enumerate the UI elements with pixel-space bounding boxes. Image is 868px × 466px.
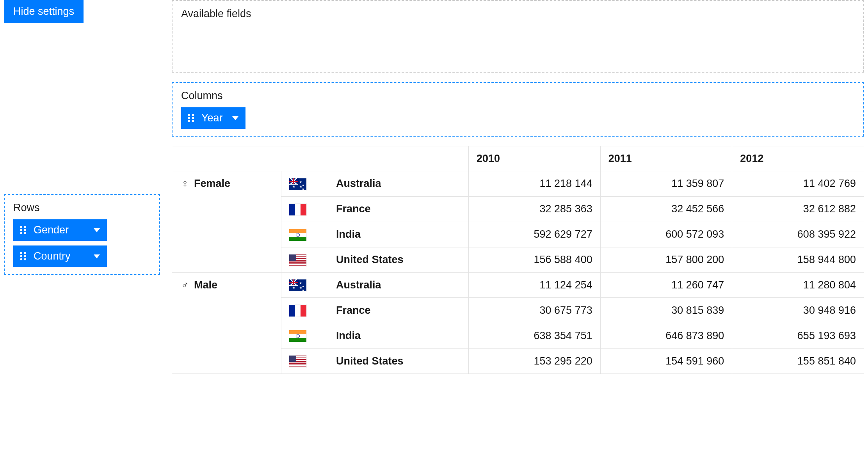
country-cell[interactable]: United States [328,247,469,272]
country-cell[interactable]: France [328,298,469,323]
rows-chip-list: GenderCountry [13,219,151,267]
gender-label: Female [194,178,230,189]
value-cell: 638 354 751 [469,323,601,349]
flag-cell [281,247,328,272]
drag-grip-icon [20,226,27,235]
column-header[interactable]: 2010 [469,146,601,171]
field-chip-label: Gender [34,224,84,236]
country-cell[interactable]: India [328,323,469,349]
value-cell: 646 873 890 [600,323,732,349]
value-cell: 11 280 804 [732,272,864,298]
pivot-corner-cell [172,146,469,171]
country-cell[interactable]: Australia [328,272,469,298]
value-cell: 655 193 693 [732,323,864,349]
pivot-header-row: 201020112012 [172,146,864,171]
drag-grip-icon [188,114,194,123]
country-cell[interactable]: Australia [328,171,469,197]
value-cell: 11 260 747 [600,272,732,298]
gender-label: Male [194,279,217,291]
flag-cell [281,349,328,374]
columns-zone-title: Columns [181,90,855,102]
gender-row-header[interactable]: ♀Female [172,171,281,273]
available-fields-title: Available fields [181,8,855,20]
field-chip-label: Country [34,250,84,262]
flag-cell [281,222,328,247]
column-header[interactable]: 2012 [732,146,864,171]
flag-cell [281,298,328,323]
value-cell: 32 285 363 [469,196,601,222]
country-cell[interactable]: United States [328,349,469,374]
drag-grip-icon [20,252,27,261]
us-flag-icon [289,254,306,266]
value-cell: 30 948 916 [732,298,864,323]
country-cell[interactable]: India [328,222,469,247]
country-cell[interactable]: France [328,196,469,222]
in-flag-icon [289,229,306,241]
value-cell: 600 572 093 [600,222,732,247]
us-flag-icon [289,356,306,367]
value-cell: 30 815 839 [600,298,732,323]
value-cell: 155 851 840 [732,349,864,374]
field-chip-gender[interactable]: Gender [13,219,107,241]
pivot-table-head: 201020112012 [172,146,864,171]
field-chip-year[interactable]: Year [181,107,245,129]
in-flag-icon [289,330,306,342]
available-fields-drop-zone[interactable]: Available fields [172,0,864,73]
female-icon: ♀ [180,178,190,190]
field-chip-country[interactable]: Country [13,245,107,267]
male-icon: ♂ [180,279,190,291]
value-cell: 30 675 773 [469,298,601,323]
value-cell: 158 944 800 [732,247,864,272]
rows-drop-zone[interactable]: Rows GenderCountry [4,194,160,275]
value-cell: 11 402 769 [732,171,864,197]
value-cell: 11 218 144 [469,171,601,197]
value-cell: 154 591 960 [600,349,732,374]
column-header[interactable]: 2011 [600,146,732,171]
value-cell: 608 395 922 [732,222,864,247]
flag-cell [281,272,328,298]
field-chip-label: Year [201,112,223,124]
value-cell: 11 124 254 [469,272,601,298]
fr-flag-icon [289,305,306,317]
flag-cell [281,196,328,222]
au-flag-icon [289,279,306,291]
pivot-table-body: ♀FemaleAustralia11 218 14411 359 80711 4… [172,171,864,374]
chevron-down-icon[interactable] [94,254,100,258]
hide-settings-button[interactable]: Hide settings [4,0,84,23]
pivot-table: 201020112012 ♀FemaleAustralia11 218 1441… [172,146,864,374]
chevron-down-icon[interactable] [232,116,238,120]
value-cell: 11 359 807 [600,171,732,197]
columns-drop-zone[interactable]: Columns Year [172,82,864,137]
flag-cell [281,323,328,349]
table-row: ♀FemaleAustralia11 218 14411 359 80711 4… [172,171,864,197]
value-cell: 157 800 200 [600,247,732,272]
columns-chip-list: Year [181,107,855,129]
fr-flag-icon [289,204,306,215]
rows-zone-title: Rows [13,202,151,214]
value-cell: 156 588 400 [469,247,601,272]
chevron-down-icon[interactable] [94,228,100,232]
gender-row-header[interactable]: ♂Male [172,272,281,374]
value-cell: 32 452 566 [600,196,732,222]
flag-cell [281,171,328,197]
au-flag-icon [289,178,306,190]
value-cell: 32 612 882 [732,196,864,222]
table-row: ♂MaleAustralia11 124 25411 260 74711 280… [172,272,864,298]
value-cell: 153 295 220 [469,349,601,374]
value-cell: 592 629 727 [469,222,601,247]
hide-settings-label: Hide settings [13,5,74,18]
